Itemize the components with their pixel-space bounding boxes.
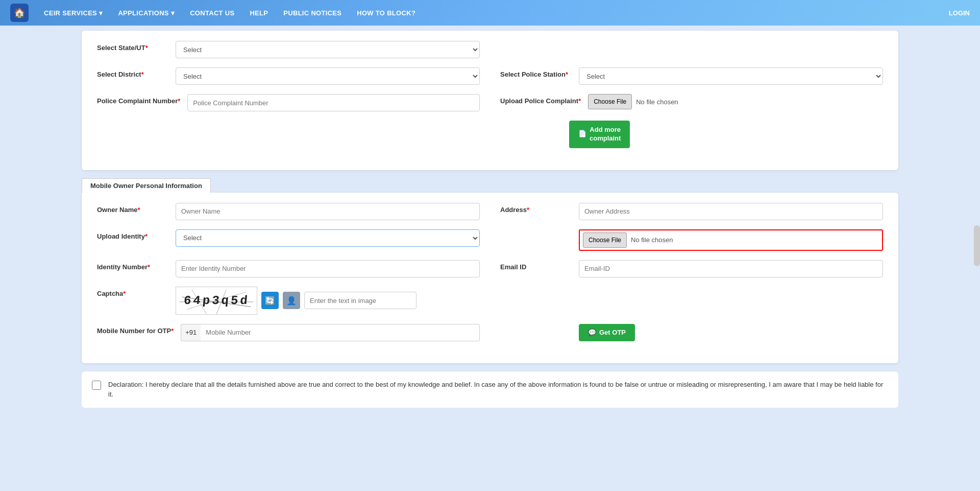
owner-name-row: Owner Name* Address* xyxy=(97,203,883,220)
mobile-otp-row: Mobile Number for OTP* +91 💬 Get OTP xyxy=(97,324,883,341)
chevron-down-icon: ▾ xyxy=(99,9,103,17)
mobile-prefix: +91 xyxy=(181,324,201,341)
identity-email-row: Identity Number* Email ID xyxy=(97,260,883,277)
captcha-group: Captcha* 64p3q5d xyxy=(97,287,480,315)
complaint-number-group: Police Complaint Number* xyxy=(97,94,480,111)
police-station-group: Select Police Station* Select xyxy=(500,67,883,85)
upload-identity-select[interactable]: Select xyxy=(176,229,480,247)
identity-choose-file-button[interactable]: Choose File xyxy=(583,232,627,248)
navbar-item-applications[interactable]: Applications ▾ xyxy=(118,9,175,17)
police-station-select[interactable]: Select xyxy=(579,67,883,85)
district-group: Select District* Select xyxy=(97,67,480,85)
captcha-controls: 64p3q5d 🔄 👤 xyxy=(176,287,416,315)
captcha-label: Captcha* xyxy=(97,287,168,298)
add-complaint-row: 📄 Add more complaint xyxy=(490,121,883,148)
upload-complaint-file-group: Choose File No file chosen xyxy=(588,94,678,109)
navbar-item-contact[interactable]: Contact Us xyxy=(190,9,234,17)
otp-button-group: 💬 Get OTP xyxy=(500,324,883,341)
state-select[interactable]: Select xyxy=(176,41,480,58)
personal-section-wrapper: Mobile Owner Personal Information Owner … xyxy=(82,178,898,363)
district-police-row: Select District* Select Select Police St… xyxy=(97,67,883,85)
captcha-row: Captcha* 64p3q5d xyxy=(97,287,883,315)
owner-name-group: Owner Name* xyxy=(97,203,480,220)
complaint-number-row: Police Complaint Number* Upload Police C… xyxy=(97,94,883,111)
person-icon: 👤 xyxy=(286,296,297,306)
state-group: Select State/UT* Select xyxy=(97,41,480,58)
captcha-input[interactable] xyxy=(304,292,416,309)
identity-number-label: Identity Number* xyxy=(97,260,168,272)
district-select[interactable]: Select xyxy=(176,67,480,85)
scrollbar[interactable] xyxy=(974,225,980,266)
mobile-input[interactable] xyxy=(201,324,480,341)
declaration-text: Declaration: I hereby declare that all t… xyxy=(108,380,888,400)
identity-number-group: Identity Number* xyxy=(97,260,480,277)
complaint-form-card: Select State/UT* Select Select District*… xyxy=(82,31,898,170)
get-otp-button[interactable]: 💬 Get OTP xyxy=(579,324,635,341)
mobile-label: Mobile Number for OTP* xyxy=(97,324,174,336)
complaint-number-label: Police Complaint Number* xyxy=(97,94,180,106)
captcha-audio-button[interactable]: 👤 xyxy=(283,292,300,309)
email-input[interactable] xyxy=(579,260,883,277)
address-input[interactable] xyxy=(579,203,883,220)
upload-identity-row: Upload Identity* Select Choose File No f… xyxy=(97,229,883,251)
navbar: 🏠 CEIR Services ▾ Applications ▾ Contact… xyxy=(0,0,980,26)
no-file-chosen-text: No file chosen xyxy=(636,98,678,106)
mobile-group-outer: Mobile Number for OTP* +91 xyxy=(97,324,480,341)
login-button[interactable]: Login xyxy=(949,9,970,17)
main-content: Select State/UT* Select Select District*… xyxy=(0,26,980,491)
identity-file-upload-group: Choose File No file chosen xyxy=(579,229,883,251)
personal-section-tab: Mobile Owner Personal Information xyxy=(82,178,211,193)
owner-name-label: Owner Name* xyxy=(97,203,168,215)
declaration-row: Declaration: I hereby declare that all t… xyxy=(82,371,898,408)
upload-complaint-label: Upload Police Complaint* xyxy=(500,94,581,106)
document-icon: 📄 xyxy=(578,130,586,138)
owner-name-input[interactable] xyxy=(176,203,480,220)
navbar-item-help[interactable]: Help xyxy=(250,9,268,17)
mobile-input-group: +91 xyxy=(181,324,480,341)
navbar-logo[interactable]: 🏠 xyxy=(10,4,29,22)
navbar-item-how-to-block[interactable]: How to block? xyxy=(357,9,415,17)
captcha-text: 64p3q5d xyxy=(183,294,250,308)
email-label: Email ID xyxy=(500,260,572,272)
declaration-checkbox[interactable] xyxy=(92,381,101,390)
captcha-image: 64p3q5d xyxy=(176,287,257,315)
refresh-icon: 🔄 xyxy=(265,296,275,306)
police-station-label: Select Police Station* xyxy=(500,67,572,79)
state-label: Select State/UT* xyxy=(97,41,168,53)
personal-form-card: Owner Name* Address* Upload Identity* xyxy=(82,193,898,363)
complaint-number-input[interactable] xyxy=(187,94,480,111)
address-group: Address* xyxy=(500,203,883,220)
identity-number-input[interactable] xyxy=(176,260,480,277)
navbar-item-public-notices[interactable]: Public Notices xyxy=(283,9,341,17)
upload-complaint-group: Upload Police Complaint* Choose File No … xyxy=(500,94,883,109)
navbar-item-ceir[interactable]: CEIR Services ▾ xyxy=(44,9,103,17)
district-label: Select District* xyxy=(97,67,168,79)
chevron-down-icon: ▾ xyxy=(171,9,175,17)
choose-file-button[interactable]: Choose File xyxy=(588,94,632,109)
identity-no-file-text: No file chosen xyxy=(631,236,673,244)
state-row: Select State/UT* Select xyxy=(97,41,883,58)
message-icon: 💬 xyxy=(588,329,596,336)
add-complaint-button[interactable]: 📄 Add more complaint xyxy=(569,121,630,148)
identity-file-group: Choose File No file chosen xyxy=(500,229,883,251)
captcha-refresh-button[interactable]: 🔄 xyxy=(261,292,279,309)
upload-identity-label: Upload Identity* xyxy=(97,229,168,241)
address-label: Address* xyxy=(500,203,572,215)
email-group: Email ID xyxy=(500,260,883,277)
upload-identity-group: Upload Identity* Select xyxy=(97,229,480,247)
